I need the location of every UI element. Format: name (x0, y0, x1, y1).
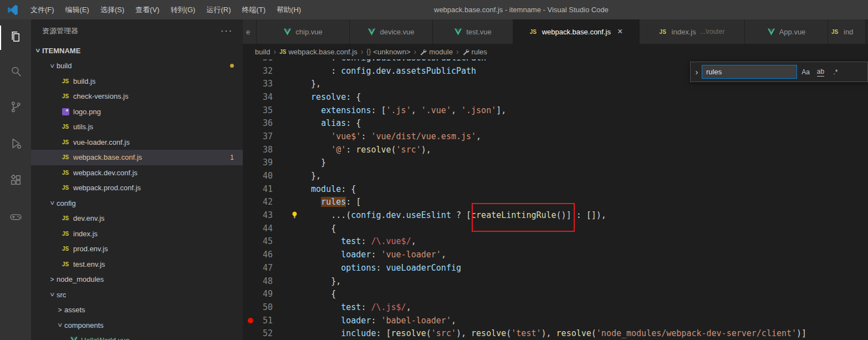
code-line-35[interactable]: 35 extensions: ['.js', '.vue', '.json'], (243, 104, 868, 117)
js-file-icon: JS (62, 261, 73, 267)
chevron-right-icon[interactable]: > (48, 276, 57, 283)
explorer-title: 资源管理器 (42, 26, 78, 36)
menu-item-0[interactable]: 文件(F) (25, 0, 60, 19)
tree-item-webpack.dev.conf.js[interactable]: JSwebpack.dev.conf.js (31, 165, 243, 181)
gutter-space (273, 64, 301, 78)
activity-source-control[interactable] (0, 89, 31, 126)
code-line-37[interactable]: 37 'vue$': 'vue/dist/vue.esm.js', (243, 130, 868, 143)
code-line-38[interactable]: 38 '@': resolve('src'), (243, 143, 868, 156)
code-line-39[interactable]: 39 } (243, 156, 868, 170)
tree-item-utils.js[interactable]: JSutils.js (31, 119, 243, 135)
code-line-50[interactable]: 50 test: /\.js$/, (243, 301, 868, 314)
extensions-icon (9, 173, 23, 189)
menu-item-7[interactable]: 帮助(H) (271, 0, 307, 19)
code-line-47[interactable]: 47 options: vueLoaderConfig (243, 261, 868, 275)
chevron-down-icon[interactable]: > (48, 199, 56, 207)
tree-item-check-versions.js[interactable]: JScheck-versions.js (31, 89, 243, 104)
close-icon[interactable]: × (617, 27, 622, 36)
vue-file-icon (454, 28, 465, 35)
menu-item-1[interactable]: 编辑(E) (60, 0, 95, 19)
chevron-down-icon[interactable]: > (48, 62, 56, 70)
code-line-40[interactable]: 40 }, (243, 169, 868, 182)
tree-item-webpack.base.conf.js[interactable]: JSwebpack.base.conf.js1 (31, 150, 243, 165)
line-number: 40 (258, 171, 273, 181)
tree-item-webpack.prod.conf.js[interactable]: JSwebpack.prod.conf.js (31, 180, 243, 196)
code-line-36[interactable]: 36 alias: { (243, 116, 868, 130)
menu-item-5[interactable]: 运行(R) (201, 0, 236, 19)
tree-item-src[interactable]: >src (31, 287, 243, 303)
tree-item-build.js[interactable]: JSbuild.js (31, 74, 243, 89)
tree-item-test.env.js[interactable]: JStest.env.js (31, 257, 243, 272)
code-line-48[interactable]: 48 }, (243, 275, 868, 288)
section-itemname[interactable]: > ITEMNAME (31, 43, 243, 58)
more-actions-icon[interactable]: ··· (221, 26, 233, 36)
code-line-46[interactable]: 46 loader: 'vue-loader', (243, 248, 868, 261)
breadcrumb-item-rules[interactable]: rules (462, 48, 487, 56)
activity-bar (0, 19, 31, 340)
menu-item-3[interactable]: 查看(V) (130, 0, 165, 19)
code-line-52[interactable]: 52 include: [resolve('src'), resolve('te… (243, 327, 868, 340)
code-line-49[interactable]: 49 { (243, 287, 868, 301)
menu-item-2[interactable]: 选择(S) (95, 0, 130, 19)
line-number: 42 (258, 197, 273, 207)
activity-run-debug[interactable] (0, 126, 31, 163)
match-case-button[interactable]: Aa (799, 65, 812, 78)
regex-button[interactable]: .* (829, 65, 842, 78)
lightbulb-icon[interactable] (273, 209, 301, 222)
tree-item-config[interactable]: >config (31, 196, 243, 211)
menu-item-4[interactable]: 转到(G) (165, 0, 201, 19)
activity-explorer[interactable] (0, 21, 31, 55)
chevron-right-icon[interactable]: > (55, 306, 64, 314)
code-text: { (301, 289, 868, 299)
breakpoint-icon[interactable] (243, 318, 258, 323)
tree-item-assets[interactable]: >assets (31, 302, 243, 318)
tree-item-build[interactable]: >build (31, 58, 243, 74)
breadcrumb-item-webpack.base.conf.js[interactable]: JSwebpack.base.conf.js (279, 48, 358, 56)
chevron-down-icon[interactable]: > (56, 321, 64, 329)
tree-item-vue-loader.conf.js[interactable]: JSvue-loader.conf.js (31, 135, 243, 150)
line-number: 33 (258, 79, 273, 89)
tree-item-HelloWorld.vue[interactable]: HelloWorld.vue (31, 333, 243, 340)
line-number: 47 (258, 263, 273, 273)
code-editor[interactable]: 31 ? config.build.assetsPublicPath32 : c… (243, 59, 868, 340)
code-line-34[interactable]: 34 resolve: { (243, 90, 868, 104)
tab-webpack.base.conf.js[interactable]: JSwebpack.base.conf.js× (513, 19, 640, 44)
activity-search[interactable] (0, 55, 31, 89)
breadcrumb-separator: › (456, 47, 459, 56)
chevron-down-icon[interactable]: > (48, 290, 56, 299)
code-line-51[interactable]: 51 loader: 'babel-loader', (243, 314, 868, 327)
annotation-red-box (472, 203, 575, 232)
tab-index.js[interactable]: JSindex.js...\router (640, 19, 745, 44)
line-number: 36 (258, 118, 273, 128)
tab-device.vue[interactable]: device.vue (350, 19, 433, 44)
tree-item-prod.env.js[interactable]: JSprod.env.js (31, 241, 243, 257)
code-text: }, (301, 276, 868, 286)
tab-test.vue[interactable]: test.vue (433, 19, 513, 44)
code-content: 31 ? config.build.assetsPublicPath32 : c… (243, 59, 868, 340)
tab-e[interactable]: e (243, 19, 257, 44)
breadcrumb-item-unknown[interactable]: {}<unknown> (366, 48, 410, 56)
breadcrumb-item-module[interactable]: module (420, 48, 453, 56)
gutter-space (273, 77, 301, 90)
toggle-replace-icon[interactable]: › (692, 67, 702, 77)
whole-word-button[interactable]: ab (814, 65, 827, 78)
tree-item-index.js[interactable]: JSindex.js (31, 226, 243, 242)
code-line-45[interactable]: 45 test: /\.vue$/, (243, 235, 868, 248)
tab-ind[interactable]: JSind (828, 19, 866, 44)
js-file-icon: JS (62, 124, 73, 130)
tree-item-components[interactable]: >components (31, 318, 243, 333)
find-input[interactable]: rules (702, 65, 797, 79)
line-number: 41 (258, 184, 273, 194)
tree-item-label: HelloWorld.vue (81, 336, 130, 340)
tab-chip.vue[interactable]: chip.vue (257, 19, 350, 44)
breadcrumb-label: rules (472, 48, 487, 56)
activity-game[interactable] (0, 199, 31, 236)
activity-extensions[interactable] (0, 163, 31, 199)
tree-item-dev.env.js[interactable]: JSdev.env.js (31, 211, 243, 226)
breadcrumb-item-build[interactable]: build (255, 48, 270, 56)
tree-item-logo.png[interactable]: logo.png (31, 104, 243, 120)
code-line-41[interactable]: 41 module: { (243, 182, 868, 196)
tab-App.vue[interactable]: App.vue (745, 19, 828, 44)
tree-item-node_modules[interactable]: >node_modules (31, 272, 243, 287)
menu-item-6[interactable]: 终端(T) (236, 0, 271, 19)
